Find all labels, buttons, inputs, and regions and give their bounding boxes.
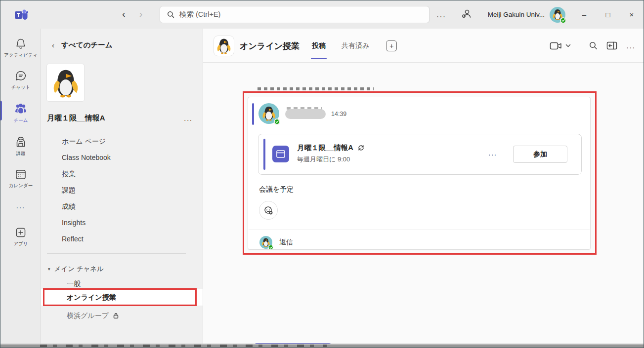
add-reaction-button[interactable] xyxy=(259,201,278,220)
channel-more-button[interactable]: ... xyxy=(626,41,636,50)
penguin-channel-photo xyxy=(215,38,232,54)
join-meeting-button[interactable]: 参加 xyxy=(513,146,567,163)
meeting-calendar-icon xyxy=(272,146,289,162)
posts-content: 14:39 月曜１限__情報A 毎週月曜日に 9:00 ... 参加 会議を予定 xyxy=(203,63,644,348)
all-teams-back-button[interactable]: ‹ すべてのチーム xyxy=(52,40,113,50)
account-name[interactable]: Meiji Gakuin Univ... xyxy=(488,11,545,18)
rail-label: チーム xyxy=(1,117,40,123)
channels-header-label: メイン チャネル xyxy=(54,265,104,273)
bell-icon xyxy=(14,38,27,50)
reply-divider xyxy=(249,230,590,230)
reply-button[interactable]: 返信 xyxy=(259,236,293,249)
search-icon xyxy=(589,41,598,50)
chevron-down-icon xyxy=(565,44,571,47)
channel-online-class[interactable]: オンライン授業 xyxy=(41,289,203,306)
channel-label: 横浜グループ xyxy=(67,309,109,322)
teams-logo-icon xyxy=(14,8,28,22)
add-tab-button[interactable]: + xyxy=(386,40,397,51)
meeting-recurrence: 毎週月曜日に 9:00 xyxy=(297,155,350,164)
channels-section-header[interactable]: ▾ メイン チャネル xyxy=(48,265,104,273)
reply-avatar xyxy=(259,236,272,249)
channel-header: オンライン授業 投稿 共有済み + ... xyxy=(203,29,644,63)
tab-posts[interactable]: 投稿 xyxy=(311,30,327,62)
emoji-add-icon xyxy=(264,206,273,215)
meeting-card[interactable]: 月曜１限__情報A 毎週月曜日に 9:00 ... 参加 xyxy=(258,134,582,175)
video-camera-icon xyxy=(550,41,562,50)
meet-now-button[interactable] xyxy=(550,41,571,50)
recurring-icon xyxy=(357,144,365,152)
nav-forward-icon: › xyxy=(139,8,143,20)
rail-label: カレンダー xyxy=(1,182,40,189)
tab-shared[interactable]: 共有済み xyxy=(341,30,370,62)
channel-avatar[interactable] xyxy=(214,36,234,56)
team-name: 月曜１限__情報A xyxy=(47,114,105,123)
chat-icon xyxy=(14,70,27,82)
team-image[interactable] xyxy=(47,64,84,101)
team-menu: ホーム ページ Class Notebook 授業 課題 成績 Insights… xyxy=(41,133,203,247)
team-more-button[interactable]: ... xyxy=(184,115,193,122)
window-minimize-button[interactable]: – xyxy=(572,0,596,29)
channel-yokohama-group[interactable]: 横浜グループ xyxy=(41,309,203,322)
calendar-icon xyxy=(14,168,27,181)
menu-item-class-notebook[interactable]: Class Notebook xyxy=(41,150,203,166)
channel-title: オンライン授業 xyxy=(240,40,300,52)
person-status-icon[interactable] xyxy=(454,8,479,21)
menu-item-assignments[interactable]: 課題 xyxy=(41,182,203,198)
post-body-text: 会議を予定 xyxy=(259,185,294,194)
rail-item-teams[interactable]: チーム xyxy=(0,103,41,124)
search-placeholder: 検索 (Ctrl+E) xyxy=(179,10,220,19)
rail-label: アクティビティ xyxy=(1,52,40,58)
window-close-button[interactable]: × xyxy=(620,0,644,29)
penguin-team-photo xyxy=(50,68,81,98)
menu-item-insights[interactable]: Insights xyxy=(41,215,203,231)
sidebar-divider xyxy=(47,253,186,254)
chevron-down-icon: ▾ xyxy=(48,267,50,271)
meeting-title: 月曜１限__情報A xyxy=(297,143,353,153)
author-name-redacted xyxy=(285,109,326,119)
rail-item-calendar[interactable]: カレンダー xyxy=(0,168,41,189)
team-sidebar: ‹ すべてのチーム 月曜１限__情報A ... ホーム ページ Class No… xyxy=(41,29,203,348)
open-pane-button[interactable] xyxy=(606,41,617,50)
menu-item-reflect[interactable]: Reflect xyxy=(41,231,203,247)
title-bar: ‹ › 検索 (Ctrl+E) ... Meiji Gakuin Univ...… xyxy=(0,0,644,29)
presence-available-icon xyxy=(560,17,566,24)
lock-icon xyxy=(113,312,119,319)
search-icon xyxy=(167,11,174,18)
clipped-bottom-strip xyxy=(0,344,644,348)
menu-item-grades[interactable]: 成績 xyxy=(41,198,203,215)
apps-plus-icon xyxy=(14,226,27,239)
author-avatar[interactable] xyxy=(258,103,279,124)
meeting-accent-bar xyxy=(263,139,265,170)
chevron-left-icon: ‹ xyxy=(52,41,54,49)
clipped-previous-text xyxy=(258,87,374,90)
titlebar-more-button[interactable]: ... xyxy=(429,10,454,19)
teams-people-icon xyxy=(14,103,28,116)
nav-back-icon[interactable]: ‹ xyxy=(122,8,126,20)
channel-search-button[interactable] xyxy=(589,41,598,50)
unread-accent-bar xyxy=(252,103,254,125)
rail-label: チャット xyxy=(1,84,40,90)
meeting-more-button[interactable]: ... xyxy=(488,149,497,157)
rail-item-activity[interactable]: アクティビティ xyxy=(0,38,41,59)
header-divider xyxy=(580,40,580,52)
backpack-icon xyxy=(14,136,27,149)
rail-label: アプリ xyxy=(1,240,40,247)
app-rail: アクティビティ チャット チーム 課題 カレンダー ... ア xyxy=(0,29,41,348)
menu-item-home[interactable]: ホーム ページ xyxy=(41,133,203,150)
rail-item-assignments[interactable]: 課題 xyxy=(0,136,41,157)
menu-item-classwork[interactable]: 授業 xyxy=(41,166,203,182)
search-input[interactable]: 検索 (Ctrl+E) xyxy=(160,6,429,23)
rail-item-apps[interactable]: アプリ xyxy=(0,226,41,247)
channel-tabs: 投稿 共有済み + xyxy=(311,29,397,63)
all-teams-label: すべてのチーム xyxy=(61,40,113,50)
presence-available-icon xyxy=(274,118,280,125)
rail-item-chat[interactable]: チャット xyxy=(0,70,41,91)
panel-toggle-icon xyxy=(606,41,617,50)
rail-more-button[interactable]: ... xyxy=(0,201,41,210)
account-avatar[interactable] xyxy=(550,7,565,23)
presence-available-icon xyxy=(268,245,273,250)
rail-label: 課題 xyxy=(1,150,40,156)
teams-window: ‹ › 検索 (Ctrl+E) ... Meiji Gakuin Univ...… xyxy=(0,0,644,348)
window-maximize-button[interactable]: □ xyxy=(596,0,620,29)
channel-general[interactable]: 一般 xyxy=(41,277,203,290)
